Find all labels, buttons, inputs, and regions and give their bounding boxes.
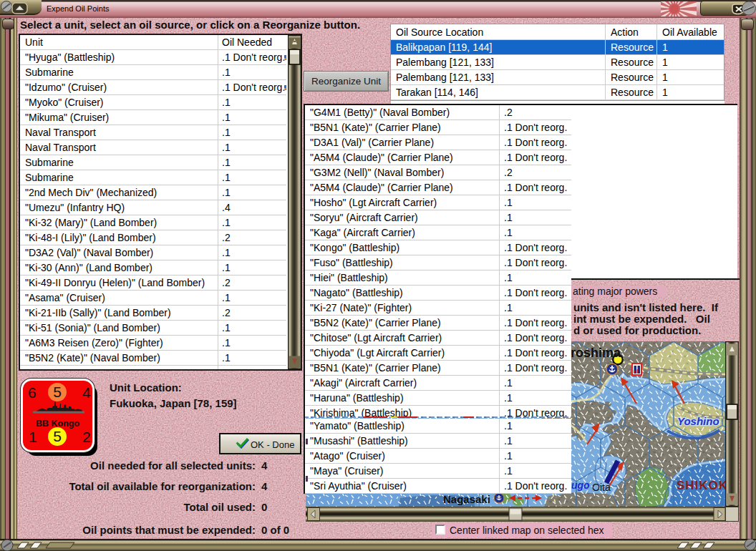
svg-text:ugo: ugo: [571, 479, 590, 491]
svg-text:roshima: roshima: [571, 346, 621, 360]
svg-text:Yoshino: Yoshino: [677, 415, 719, 427]
svg-text:Oita: Oita: [592, 482, 611, 493]
svg-text:SHIKOKU: SHIKOKU: [677, 479, 725, 492]
svg-text:Nagasaki: Nagasaki: [443, 493, 490, 505]
